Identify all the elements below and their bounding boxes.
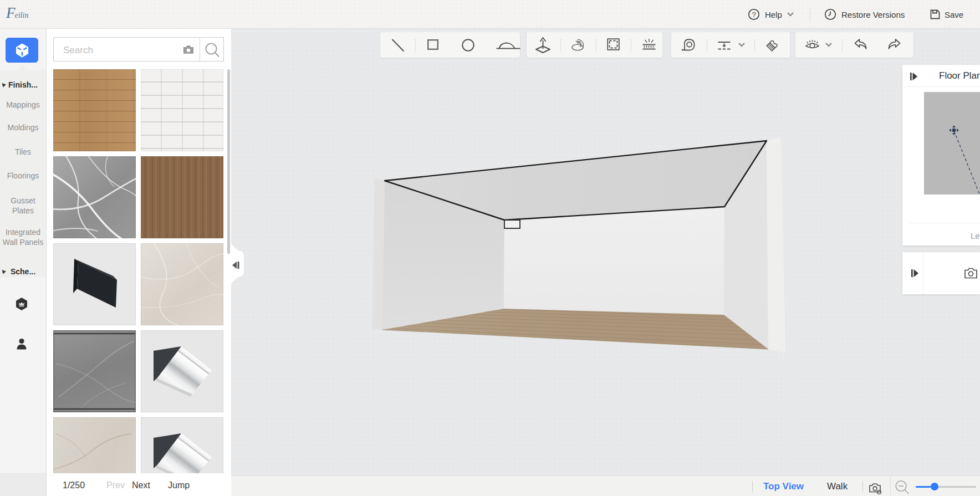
svg-text:?: ? bbox=[752, 11, 756, 19]
